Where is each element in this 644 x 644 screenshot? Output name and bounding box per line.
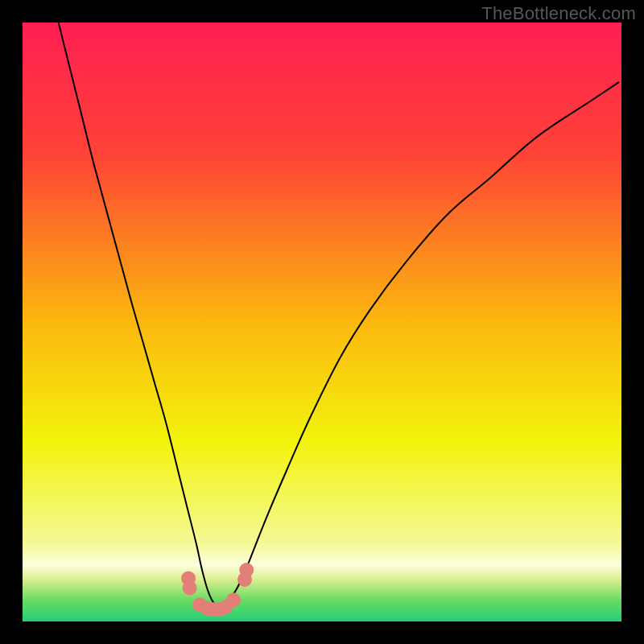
chart-background: [23, 23, 621, 621]
chart-canvas: [0, 0, 644, 644]
marker: [239, 563, 254, 577]
marker: [183, 580, 197, 595]
watermark-text: TheBottleneck.com: [481, 3, 636, 24]
chart-frame: TheBottleneck.com: [0, 0, 644, 644]
marker: [226, 592, 241, 607]
